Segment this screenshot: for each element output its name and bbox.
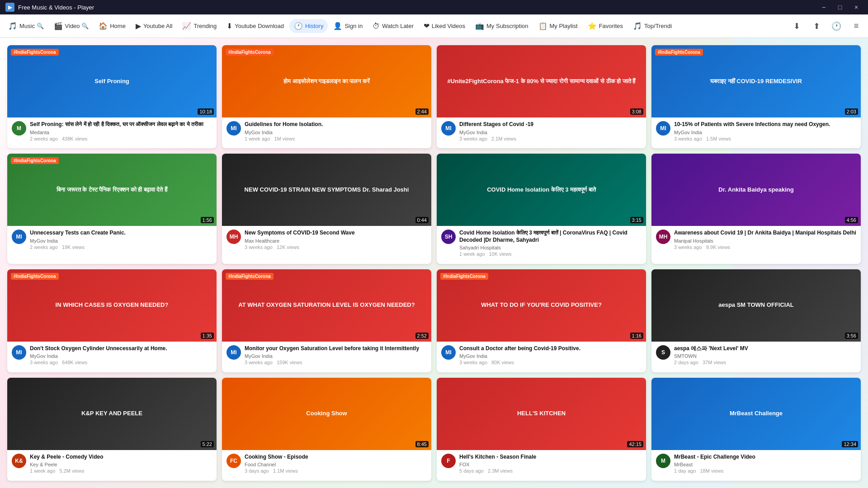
nav-sign-in[interactable]: 👤 Sign in — [329, 19, 367, 33]
thumb-text: बिना जरूरत के टेस्ट पैनिक रिएक्शन को ही … — [7, 154, 217, 226]
video-duration: 42:15 — [627, 441, 643, 447]
nav-my-playlist[interactable]: 📋 My Playlist — [534, 19, 582, 33]
favorites-icon: ⭐ — [588, 22, 597, 30]
channel-row: MI Don't Stock Oxygen Cylinder Unnecessa… — [12, 345, 212, 366]
video-card[interactable]: Dr. Ankita Baidya speaking 4:56 MH Aware… — [651, 154, 861, 264]
download-btn[interactable]: ⬇ — [788, 18, 805, 34]
nav-sign-in-label: Sign in — [344, 23, 363, 29]
video-duration: 2:44 — [415, 108, 429, 115]
video-card[interactable]: HELL'S KITCHEN 42:15 F Hell's Kitchen - … — [437, 378, 646, 481]
channel-row: MI Different Stages of Covid -19 MyGov I… — [441, 121, 642, 141]
thumb-badge: #IndiaFightsCorona — [226, 273, 274, 280]
video-title: Key & Peele - Comedy Video — [30, 454, 212, 461]
video-thumbnail: #Unite2FightCorona फेज-1 के 80% से ज्याद… — [437, 45, 646, 117]
thumb-text: Dr. Ankita Baidya speaking — [651, 154, 861, 226]
channel-row: MI Unnecessary Tests can Create Panic. M… — [12, 230, 212, 250]
video-meta: Unnecessary Tests can Create Panic. MyGo… — [30, 230, 212, 250]
video-meta: Covid Home Isolation केलिए 3 महत्वपूर्ण … — [459, 230, 642, 257]
video-thumbnail: NEW COVID-19 STRAIN NEW SYMPTOMS Dr. Sha… — [222, 154, 431, 226]
channel-avatar: K& — [12, 454, 26, 468]
nav-youtube-all[interactable]: ▶ Youtube All — [131, 19, 177, 33]
video-meta: Self Proning: सांस लेने में हो रही है दि… — [30, 121, 212, 141]
video-duration: 0:44 — [415, 217, 429, 223]
subscription-icon: 📺 — [475, 22, 484, 30]
video-card[interactable]: Cooking Show 8:45 FC Cooking Show - Epis… — [222, 378, 431, 481]
video-duration: 10:18 — [198, 108, 214, 115]
channel-name: Manipal Hospitals — [674, 238, 856, 244]
channel-avatar: MH — [656, 230, 670, 244]
video-card[interactable]: K&P KEY AND PEELE 5:22 K& Key & Peele - … — [7, 378, 217, 481]
nav-my-subscription[interactable]: 📺 My Subscription — [471, 19, 533, 33]
thumb-text: होम आइसोलेशन गाइडलाइन का पालन करें — [222, 45, 431, 117]
video-card[interactable]: बिना जरूरत के टेस्ट पैनिक रिएक्शन को ही … — [7, 154, 217, 264]
video-stats: 3 weeks ago 648K views — [30, 360, 212, 365]
thumb-badge: #IndiaFightsCorona — [11, 157, 59, 164]
minimize-button[interactable]: − — [817, 3, 830, 12]
video-thumbnail: Cooking Show 8:45 — [222, 378, 431, 450]
channel-row: SH Covid Home Isolation केलिए 3 महत्वपूर… — [441, 230, 642, 257]
video-meta: Don't Stock Oxygen Cylinder Unnecessaril… — [30, 345, 212, 366]
video-stats: 3 weeks ago 1.5M views — [674, 136, 856, 141]
nav-watch-later[interactable]: ⏱ Watch Later — [368, 19, 418, 33]
channel-row: MI Consult a Doctor after being Covid-19… — [441, 345, 642, 366]
channel-row: F Hell's Kitchen - Season Finale FOX 5 d… — [441, 454, 642, 474]
upload-btn[interactable]: ⬆ — [808, 18, 825, 34]
clock-btn[interactable]: 🕐 — [828, 18, 844, 34]
video-meta: 10-15% of Patients with Severe Infection… — [674, 121, 856, 141]
nav-video[interactable]: 🎬 Video 🔍 — [49, 19, 94, 33]
video-card[interactable]: Self Proning #IndiaFightsCorona 10:18 M … — [7, 45, 217, 148]
nav-favorites[interactable]: ⭐ Favorites — [583, 19, 627, 33]
video-card[interactable]: घबराइए नहीं COVID-19 REMDESIVIR #IndiaFi… — [651, 45, 861, 148]
title-bar: ▶ Free Music & Videos - Player − □ × — [0, 0, 868, 14]
video-card[interactable]: #Unite2FightCorona फेज-1 के 80% से ज्याद… — [437, 45, 646, 148]
video-info: MI Unnecessary Tests can Create Panic. M… — [7, 226, 217, 254]
video-meta: MrBeast - Epic Challenge Video MrBeast 1… — [674, 454, 856, 474]
video-card[interactable]: NEW COVID-19 STRAIN NEW SYMPTOMS Dr. Sha… — [222, 154, 431, 264]
video-thumbnail: HELL'S KITCHEN 42:15 — [437, 378, 646, 450]
thumb-badge: #IndiaFightsCorona — [226, 49, 274, 56]
channel-name: MyGov India — [30, 238, 212, 244]
close-button[interactable]: × — [850, 3, 863, 12]
nav-history[interactable]: 🕐 History — [289, 19, 328, 33]
video-stats: 1 day ago 18M views — [674, 468, 856, 474]
nav-bar: 🎵 Music 🔍 🎬 Video 🔍 🏠 Home ▶ Youtube All… — [0, 14, 868, 38]
video-title: Hell's Kitchen - Season Finale — [459, 454, 642, 461]
nav-liked-videos[interactable]: ❤ Liked Videos — [419, 19, 470, 33]
video-meta: Guidelines for Home Isolation. MyGov Ind… — [245, 121, 427, 141]
channel-avatar: MI — [441, 121, 456, 136]
video-title: Monitor your Oxygen Saturation Level bef… — [245, 345, 427, 352]
nav-home-label: Home — [110, 23, 126, 29]
nav-video-label: Video 🔍 — [65, 23, 89, 29]
video-card[interactable]: AT WHAT OXYGEN SATURATION LEVEL IS OXYGE… — [222, 269, 431, 372]
channel-avatar: MI — [226, 345, 241, 360]
thumb-text: घबराइए नहीं COVID-19 REMDESIVIR — [651, 45, 861, 117]
video-card[interactable]: MrBeast Challenge 12:34 M MrBeast - Epic… — [651, 378, 861, 481]
thumb-badge: #IndiaFightsCorona — [655, 49, 703, 56]
video-title: Covid Home Isolation केलिए 3 महत्वपूर्ण … — [459, 230, 642, 244]
video-card[interactable]: COVID Home Isolation केलिए 3 महत्वपूर्ण … — [437, 154, 646, 264]
video-duration: 1:35 — [201, 333, 214, 339]
channel-avatar: MI — [656, 121, 670, 136]
nav-music[interactable]: 🎵 Music 🔍 — [4, 19, 48, 33]
nav-trending[interactable]: 📈 Trending — [178, 19, 221, 33]
video-card[interactable]: aespa SM TOWN OFFICIAL 3:56 S aespa 에스파 … — [651, 269, 861, 372]
channel-name: MyGov India — [459, 353, 642, 359]
thumb-text: Self Proning — [7, 45, 217, 117]
nav-home[interactable]: 🏠 Home — [94, 19, 130, 33]
thumb-text: MrBeast Challenge — [651, 378, 861, 450]
menu-btn[interactable]: ≡ — [848, 18, 864, 34]
video-meta: New Symptoms of COVID-19 Second Wave Max… — [245, 230, 427, 250]
video-meta: Consult a Doctor after being Covid-19 Po… — [459, 345, 642, 366]
video-title: Unnecessary Tests can Create Panic. — [30, 230, 212, 237]
video-card[interactable]: WHAT TO DO IF YOU'RE COVID POSITIVE? #In… — [437, 269, 646, 372]
nav-youtube-download[interactable]: ⬇ Youtube Download — [222, 19, 288, 33]
channel-avatar: F — [441, 454, 456, 468]
video-card[interactable]: होम आइसोलेशन गाइडलाइन का पालन करें #Indi… — [222, 45, 431, 148]
video-card[interactable]: IN WHICH CASES IS OXYGEN NEEDED? #IndiaF… — [7, 269, 217, 372]
video-thumbnail: IN WHICH CASES IS OXYGEN NEEDED? #IndiaF… — [7, 269, 217, 342]
main-content: Self Proning #IndiaFightsCorona 10:18 M … — [0, 38, 868, 488]
nav-top-trending[interactable]: 🎵 Top/Trendi — [628, 19, 676, 33]
maximize-button[interactable]: □ — [834, 3, 846, 12]
video-duration: 12:34 — [842, 441, 858, 447]
channel-name: Max Healthcare — [245, 238, 427, 244]
